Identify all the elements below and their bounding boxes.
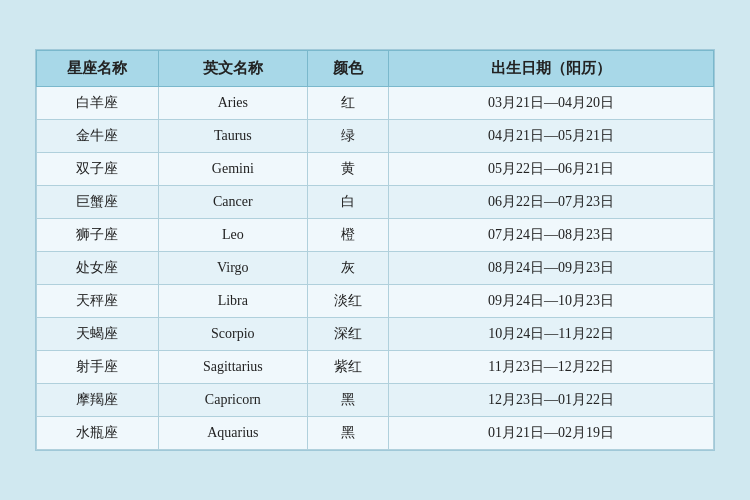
cell-color: 紫红	[307, 351, 388, 384]
cell-english: Aries	[158, 87, 307, 120]
cell-chinese: 金牛座	[37, 120, 159, 153]
cell-color: 黑	[307, 384, 388, 417]
cell-date: 01月21日—02月19日	[389, 417, 714, 450]
table-row: 狮子座Leo橙07月24日—08月23日	[37, 219, 714, 252]
cell-english: Sagittarius	[158, 351, 307, 384]
table-row: 金牛座Taurus绿04月21日—05月21日	[37, 120, 714, 153]
cell-color: 黄	[307, 153, 388, 186]
cell-chinese: 天秤座	[37, 285, 159, 318]
cell-date: 10月24日—11月22日	[389, 318, 714, 351]
header-date: 出生日期（阳历）	[389, 51, 714, 87]
header-chinese: 星座名称	[37, 51, 159, 87]
cell-chinese: 处女座	[37, 252, 159, 285]
cell-english: Leo	[158, 219, 307, 252]
cell-date: 12月23日—01月22日	[389, 384, 714, 417]
table-row: 白羊座Aries红03月21日—04月20日	[37, 87, 714, 120]
cell-english: Gemini	[158, 153, 307, 186]
table-row: 双子座Gemini黄05月22日—06月21日	[37, 153, 714, 186]
cell-chinese: 双子座	[37, 153, 159, 186]
cell-color: 绿	[307, 120, 388, 153]
cell-color: 淡红	[307, 285, 388, 318]
cell-color: 橙	[307, 219, 388, 252]
table-row: 巨蟹座Cancer白06月22日—07月23日	[37, 186, 714, 219]
table-row: 摩羯座Capricorn黑12月23日—01月22日	[37, 384, 714, 417]
table-row: 天秤座Libra淡红09月24日—10月23日	[37, 285, 714, 318]
cell-english: Aquarius	[158, 417, 307, 450]
cell-date: 03月21日—04月20日	[389, 87, 714, 120]
table-row: 天蝎座Scorpio深红10月24日—11月22日	[37, 318, 714, 351]
cell-color: 白	[307, 186, 388, 219]
cell-english: Cancer	[158, 186, 307, 219]
cell-chinese: 水瓶座	[37, 417, 159, 450]
cell-chinese: 摩羯座	[37, 384, 159, 417]
cell-chinese: 天蝎座	[37, 318, 159, 351]
cell-chinese: 射手座	[37, 351, 159, 384]
cell-color: 深红	[307, 318, 388, 351]
table-row: 水瓶座Aquarius黑01月21日—02月19日	[37, 417, 714, 450]
cell-date: 06月22日—07月23日	[389, 186, 714, 219]
cell-color: 黑	[307, 417, 388, 450]
cell-color: 灰	[307, 252, 388, 285]
cell-english: Scorpio	[158, 318, 307, 351]
cell-chinese: 狮子座	[37, 219, 159, 252]
table-row: 处女座Virgo灰08月24日—09月23日	[37, 252, 714, 285]
cell-date: 04月21日—05月21日	[389, 120, 714, 153]
cell-date: 11月23日—12月22日	[389, 351, 714, 384]
cell-date: 07月24日—08月23日	[389, 219, 714, 252]
header-color: 颜色	[307, 51, 388, 87]
cell-english: Libra	[158, 285, 307, 318]
table-row: 射手座Sagittarius紫红11月23日—12月22日	[37, 351, 714, 384]
cell-english: Virgo	[158, 252, 307, 285]
cell-english: Taurus	[158, 120, 307, 153]
cell-chinese: 巨蟹座	[37, 186, 159, 219]
cell-chinese: 白羊座	[37, 87, 159, 120]
zodiac-table-container: 星座名称 英文名称 颜色 出生日期（阳历） 白羊座Aries红03月21日—04…	[35, 49, 715, 451]
cell-color: 红	[307, 87, 388, 120]
cell-date: 09月24日—10月23日	[389, 285, 714, 318]
cell-english: Capricorn	[158, 384, 307, 417]
zodiac-table: 星座名称 英文名称 颜色 出生日期（阳历） 白羊座Aries红03月21日—04…	[36, 50, 714, 450]
cell-date: 05月22日—06月21日	[389, 153, 714, 186]
table-header-row: 星座名称 英文名称 颜色 出生日期（阳历）	[37, 51, 714, 87]
cell-date: 08月24日—09月23日	[389, 252, 714, 285]
header-english: 英文名称	[158, 51, 307, 87]
